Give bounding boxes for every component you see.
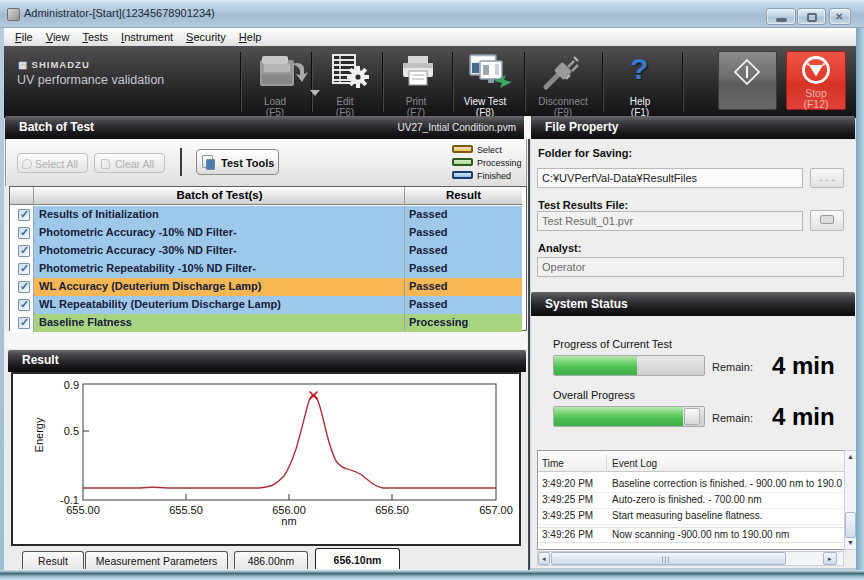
svg-text:655.00: 655.00 (66, 504, 100, 516)
svg-text:0.5: 0.5 (64, 425, 79, 437)
svg-text:nm: nm (281, 515, 296, 527)
svg-text:657.00: 657.00 (479, 504, 513, 516)
svg-text:655.50: 655.50 (169, 504, 203, 516)
svg-text:Energy: Energy (33, 417, 45, 452)
svg-text:656.50: 656.50 (375, 504, 409, 516)
svg-text:0.9: 0.9 (64, 379, 79, 391)
